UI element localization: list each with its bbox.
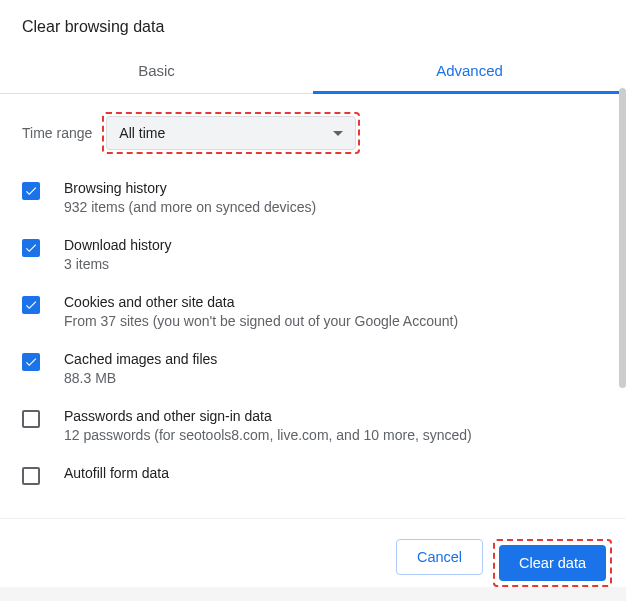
time-range-select[interactable]: All time — [106, 116, 356, 150]
checkbox[interactable] — [22, 182, 40, 200]
time-range-value: All time — [119, 125, 165, 141]
time-range-highlight: All time — [102, 112, 360, 154]
scrollbar-track — [618, 88, 626, 493]
option-title: Autofill form data — [64, 465, 169, 481]
option-row: Passwords and other sign-in data12 passw… — [22, 408, 604, 443]
checkbox[interactable] — [22, 353, 40, 371]
dialog-title: Clear browsing data — [0, 0, 626, 48]
option-title: Download history — [64, 237, 171, 253]
clear-data-button[interactable]: Clear data — [499, 545, 606, 581]
time-range-row: Time range All time — [22, 112, 604, 154]
bottom-strip — [0, 587, 626, 601]
option-title: Cached images and files — [64, 351, 217, 367]
option-text: Autofill form data — [64, 465, 169, 484]
tab-basic[interactable]: Basic — [0, 48, 313, 93]
clear-data-highlight: Clear data — [493, 539, 612, 587]
option-row: Browsing history932 items (and more on s… — [22, 180, 604, 215]
option-title: Browsing history — [64, 180, 316, 196]
option-subtitle: 12 passwords (for seotools8.com, live.co… — [64, 427, 472, 443]
time-range-label: Time range — [22, 125, 92, 141]
checkbox[interactable] — [22, 296, 40, 314]
option-title: Passwords and other sign-in data — [64, 408, 472, 424]
option-text: Download history3 items — [64, 237, 171, 272]
tabs: Basic Advanced — [0, 48, 626, 94]
checkbox[interactable] — [22, 467, 40, 485]
option-title: Cookies and other site data — [64, 294, 458, 310]
option-row: Cookies and other site dataFrom 37 sites… — [22, 294, 604, 329]
content-area: Time range All time Browsing history932 … — [0, 94, 626, 499]
option-row: Autofill form data — [22, 465, 604, 485]
option-text: Passwords and other sign-in data12 passw… — [64, 408, 472, 443]
option-subtitle: From 37 sites (you won't be signed out o… — [64, 313, 458, 329]
cancel-button[interactable]: Cancel — [396, 539, 483, 575]
option-text: Cached images and files88.3 MB — [64, 351, 217, 386]
checkbox[interactable] — [22, 410, 40, 428]
scrollbar-thumb[interactable] — [619, 88, 626, 388]
dialog-footer: Cancel Clear data — [0, 518, 626, 587]
option-subtitle: 932 items (and more on synced devices) — [64, 199, 316, 215]
chevron-down-icon — [333, 131, 343, 136]
tab-advanced[interactable]: Advanced — [313, 48, 626, 94]
option-row: Cached images and files88.3 MB — [22, 351, 604, 386]
option-row: Download history3 items — [22, 237, 604, 272]
option-text: Browsing history932 items (and more on s… — [64, 180, 316, 215]
option-subtitle: 3 items — [64, 256, 171, 272]
option-text: Cookies and other site dataFrom 37 sites… — [64, 294, 458, 329]
checkbox[interactable] — [22, 239, 40, 257]
option-subtitle: 88.3 MB — [64, 370, 217, 386]
